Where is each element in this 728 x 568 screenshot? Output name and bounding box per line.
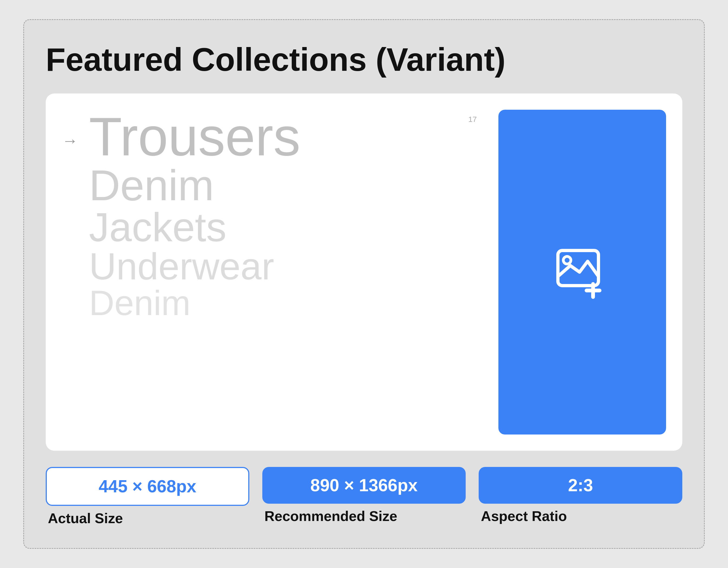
- aspect-ratio-label: Aspect Ratio: [479, 508, 682, 524]
- metric-recommended-size: 890 × 1366px Recommended Size: [262, 467, 466, 526]
- text-stack: → 17 Trousers Denim Jackets Underwear De…: [62, 110, 482, 434]
- collection-denim2: Denim: [62, 285, 482, 320]
- actual-size-value: 445 × 668px: [99, 478, 196, 495]
- collection-denim: Denim: [62, 164, 482, 207]
- collection-trousers: Trousers: [62, 110, 482, 164]
- aspect-ratio-value: 2:3: [568, 477, 593, 494]
- recommended-size-value: 890 × 1366px: [310, 477, 418, 494]
- metric-badge-actual-size: 445 × 668px: [46, 467, 249, 506]
- svg-point-1: [563, 257, 571, 264]
- metrics-row: 445 × 668px Actual Size 890 × 1366px Rec…: [46, 467, 682, 526]
- outer-container: Featured Collections (Variant) → 17 Trou…: [23, 19, 705, 549]
- collection-jackets: Jackets: [62, 207, 482, 248]
- metric-badge-recommended-size: 890 × 1366px: [262, 467, 466, 504]
- preview-card: → 17 Trousers Denim Jackets Underwear De…: [46, 94, 682, 451]
- collection-underwear: Underwear: [62, 248, 482, 285]
- actual-size-label: Actual Size: [46, 510, 249, 526]
- recommended-size-label: Recommended Size: [262, 508, 466, 524]
- arrow-indicator: →: [62, 131, 78, 150]
- add-image-icon: [555, 245, 609, 299]
- badge-number: 17: [468, 115, 477, 124]
- metric-aspect-ratio: 2:3 Aspect Ratio: [479, 467, 682, 526]
- metric-actual-size: 445 × 668px Actual Size: [46, 467, 249, 526]
- page-title: Featured Collections (Variant): [46, 42, 682, 77]
- image-placeholder: [498, 110, 666, 434]
- metric-badge-aspect-ratio: 2:3: [479, 467, 682, 504]
